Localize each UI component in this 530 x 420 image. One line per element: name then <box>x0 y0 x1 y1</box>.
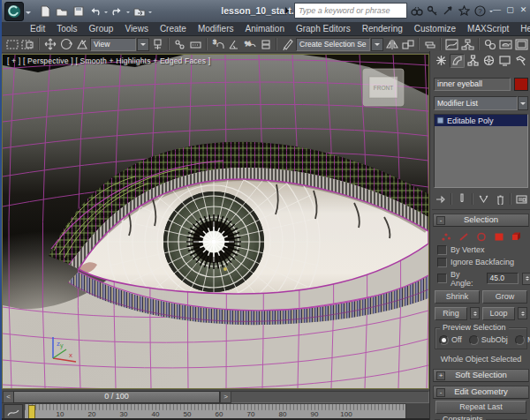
tab-modify[interactable] <box>450 54 465 68</box>
save-file-button[interactable] <box>71 4 86 19</box>
grow-button[interactable]: Grow <box>482 290 527 304</box>
preview-multi-option[interactable]: Multi <box>513 334 530 346</box>
perspective-viewport[interactable]: FRONT z x y [ + ] [ Perspective ] [ Smoo… <box>2 54 429 389</box>
app-logo-button[interactable] <box>4 2 24 21</box>
spinner-down-icon[interactable] <box>526 279 529 282</box>
menu-animation[interactable]: Animation <box>245 24 284 34</box>
keyboard-override-button[interactable] <box>188 37 203 51</box>
show-end-result-button[interactable] <box>455 192 469 206</box>
viewport-label[interactable]: [ + ] [ Perspective ] [ Smooth + Highlig… <box>7 56 210 65</box>
tab-display[interactable] <box>497 54 512 68</box>
curve-editor-button[interactable] <box>444 37 459 51</box>
menu-create[interactable]: Create <box>160 24 186 34</box>
redo-dropdown-arrow-icon[interactable] <box>126 11 130 15</box>
select-and-rotate-button[interactable] <box>58 37 73 51</box>
ignore-backfacing-checkbox[interactable] <box>437 258 447 267</box>
undo-button[interactable] <box>87 4 102 19</box>
stack-item-editable-poly[interactable]: Editable Poly <box>435 115 527 126</box>
named-selection-arrow[interactable] <box>371 38 383 51</box>
object-name-field[interactable]: inner eyeball <box>434 78 511 91</box>
render-setup-button[interactable] <box>498 37 513 51</box>
minimize-button[interactable]: — <box>492 4 502 15</box>
menu-views[interactable]: Views <box>125 24 148 34</box>
menu-rendering[interactable]: Rendering <box>362 24 403 34</box>
tab-hierarchy[interactable] <box>466 54 481 68</box>
object-color-swatch[interactable] <box>514 78 528 91</box>
modifier-stack[interactable]: Editable Poly <box>434 114 528 188</box>
search-scope-arrow-icon[interactable] <box>285 7 292 14</box>
edge-subobject-button[interactable] <box>458 231 469 242</box>
preview-multi-radio[interactable] <box>515 335 525 345</box>
spinner-snap-button[interactable] <box>258 37 273 51</box>
ignore-backfacing-checkbox-row[interactable]: Ignore Backfacing <box>430 256 530 268</box>
viewport-canvas[interactable]: FRONT z x y <box>3 55 428 388</box>
snap-toggle-button[interactable]: 3 <box>210 37 225 51</box>
preview-subobj-radio[interactable] <box>469 335 479 345</box>
redo-button[interactable] <box>110 4 125 19</box>
select-and-manipulate-button[interactable] <box>172 37 187 51</box>
window-crossing-button[interactable] <box>20 37 35 51</box>
search-button[interactable] <box>410 4 423 18</box>
help-button[interactable]: ? <box>473 4 487 18</box>
menu-customize[interactable]: Customize <box>414 24 456 34</box>
modifier-list-dropdown[interactable]: Modifier List <box>434 96 518 110</box>
by-angle-checkbox[interactable] <box>437 274 447 283</box>
reference-coordinate-dropdown[interactable]: View <box>90 38 136 51</box>
preview-off-option[interactable]: Off <box>437 334 464 346</box>
tab-motion[interactable] <box>481 54 496 68</box>
ring-button[interactable]: Ring <box>435 307 467 320</box>
configure-modifier-sets-button[interactable] <box>514 192 528 206</box>
spinner-up-icon[interactable] <box>473 310 477 313</box>
layer-manager-button[interactable] <box>422 37 437 51</box>
edit-geometry-rollout-header[interactable]: - Edit Geometry <box>433 386 529 399</box>
shrink-button[interactable]: Shrink <box>435 290 480 304</box>
workspace-dropdown-arrow-icon[interactable] <box>148 11 152 15</box>
by-angle-value-field[interactable]: 45.0 <box>487 273 519 284</box>
loop-spinner[interactable] <box>518 307 527 319</box>
favorites-button[interactable] <box>458 4 471 18</box>
select-and-scale-button[interactable] <box>74 37 89 51</box>
repeat-last-button[interactable]: Repeat Last <box>435 401 526 414</box>
angle-snap-button[interactable] <box>226 37 241 51</box>
selection-rollout-header[interactable]: - Selection <box>433 214 529 227</box>
rectangular-selection-button[interactable] <box>4 37 19 51</box>
preview-subobj-option[interactable]: SubObj <box>467 334 510 346</box>
spinner-down-icon[interactable] <box>521 314 525 318</box>
make-unique-button[interactable] <box>476 192 490 206</box>
viewcube[interactable]: FRONT <box>363 69 404 106</box>
element-subobject-button[interactable] <box>511 231 522 242</box>
close-button[interactable]: ✕ <box>519 4 528 15</box>
material-editor-button[interactable] <box>482 37 497 51</box>
remove-modifier-button[interactable] <box>493 192 507 206</box>
menu-tools[interactable]: Tools <box>57 24 77 34</box>
next-frame-button[interactable]: > <box>220 391 231 403</box>
new-scene-button[interactable] <box>37 4 52 19</box>
spinner-up-icon[interactable] <box>521 310 525 313</box>
maximize-button[interactable]: ▢ <box>505 4 515 15</box>
open-file-button[interactable] <box>54 4 69 19</box>
tab-create[interactable] <box>434 54 449 68</box>
by-vertex-checkbox-row[interactable]: By Vertex <box>430 244 530 256</box>
project-folder-button[interactable] <box>132 4 147 19</box>
reference-coordinate-arrow[interactable] <box>137 38 149 51</box>
percent-snap-button[interactable]: % <box>242 37 257 51</box>
border-subobject-button[interactable] <box>475 231 487 242</box>
expand-icon[interactable]: + <box>436 371 445 380</box>
edit-named-selections-button[interactable] <box>280 37 295 51</box>
preview-off-radio[interactable] <box>439 335 449 345</box>
time-slider-button[interactable]: 0 / 100 <box>13 391 220 403</box>
tab-utilities[interactable] <box>513 54 528 68</box>
named-selection-dropdown[interactable]: Create Selection Se <box>296 38 370 51</box>
menu-maxscript[interactable]: MAXScript <box>467 24 509 34</box>
menu-help[interactable]: Help <box>520 24 530 34</box>
by-angle-row[interactable]: By Angle: 45.0 <box>430 268 530 289</box>
collapse-icon[interactable]: - <box>436 216 445 225</box>
by-vertex-checkbox[interactable] <box>437 245 447 255</box>
keyword-search-input[interactable] <box>294 3 407 19</box>
menu-modifiers[interactable]: Modifiers <box>198 24 234 34</box>
menu-edit[interactable]: Edit <box>30 24 45 34</box>
rendered-frame-button[interactable] <box>514 37 529 51</box>
modifier-list-arrow[interactable] <box>518 96 528 110</box>
subscription-center-button[interactable] <box>426 4 439 18</box>
spinner-down-icon[interactable] <box>473 314 477 318</box>
